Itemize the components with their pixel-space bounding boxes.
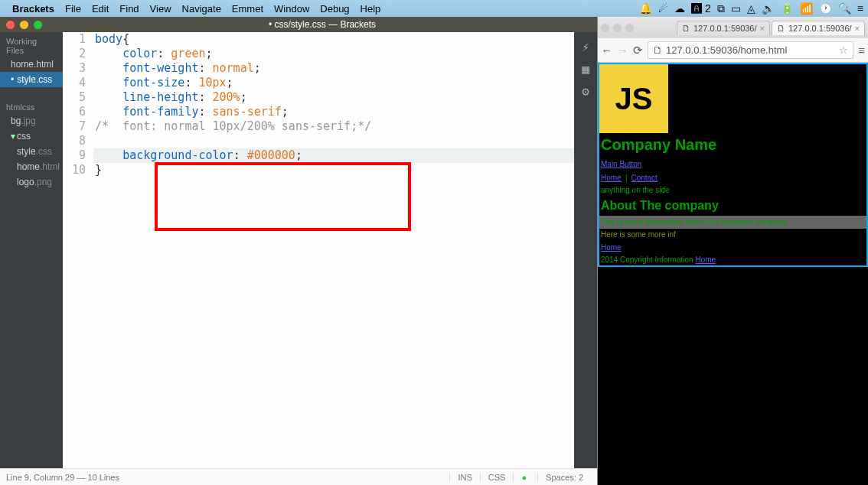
menu-help[interactable]: Help xyxy=(361,3,381,15)
page-icon: 🗋 xyxy=(653,44,663,56)
menu-navigate[interactable]: Navigate xyxy=(182,3,221,15)
footer-home-link[interactable]: Home xyxy=(601,243,622,252)
tab-close-icon[interactable]: × xyxy=(760,24,765,33)
tab-title: 127.0.0.1:59036/ xyxy=(788,24,852,33)
display-icon[interactable]: ▭ xyxy=(731,1,741,16)
sidebar-section-project: htmlcss xyxy=(0,98,63,113)
window-title: • css/style.css — Brackets xyxy=(47,19,597,30)
info-banner: This is some information about our Aweso… xyxy=(599,216,866,229)
menu-debug[interactable]: Debug xyxy=(320,3,349,15)
forward-button[interactable]: → xyxy=(617,44,628,57)
clock-icon[interactable]: 🕐 xyxy=(819,1,832,16)
url-bar[interactable]: 🗋 127.0.0.1:59036/home.html ☆ xyxy=(648,41,853,59)
cloud-icon[interactable]: ☁ xyxy=(674,1,685,16)
language-mode[interactable]: CSS xyxy=(480,473,514,482)
code-editor[interactable]: 1body{ 2 color: green; 3 font-weight: no… xyxy=(63,32,597,468)
reload-button[interactable]: ⟳ xyxy=(633,44,643,57)
dropbox-icon[interactable]: ⧉ xyxy=(717,1,725,16)
insert-mode[interactable]: INS xyxy=(449,473,479,482)
bell-icon[interactable]: 🔔 xyxy=(639,1,652,16)
chrome-tab-1[interactable]: 🗋 127.0.0.1:59036/ × xyxy=(677,21,770,35)
macos-menubar: Brackets File Edit Find View Navigate Em… xyxy=(0,0,868,17)
logo: JS xyxy=(599,64,668,133)
zoom-button[interactable] xyxy=(34,21,42,29)
back-button[interactable]: ← xyxy=(601,44,612,57)
window-titlebar: • css/style.css — Brackets xyxy=(0,17,597,32)
bookmark-icon[interactable]: ☆ xyxy=(839,44,848,56)
copyright-home-link[interactable]: Home xyxy=(695,256,716,264)
statusbar: Line 9, Column 29 — 10 Lines INS CSS Spa… xyxy=(0,468,597,485)
workspace: • css/style.css — Brackets Working Files… xyxy=(0,17,868,485)
chrome-tab-2[interactable]: 🗋 127.0.0.1:59036/ × xyxy=(772,21,865,35)
magnet-icon[interactable]: ☄ xyxy=(658,1,668,16)
brackets-window: • css/style.css — Brackets Working Files… xyxy=(0,17,597,485)
menu-window[interactable]: Window xyxy=(274,3,309,15)
tab-title: 127.0.0.1:59036/ xyxy=(693,24,757,33)
url-text: 127.0.0.1:59036/home.html xyxy=(666,44,787,56)
screen: Brackets File Edit Find View Navigate Em… xyxy=(0,0,868,485)
battery-icon[interactable]: 🔋 xyxy=(781,1,794,16)
notification-center-icon[interactable]: ≡ xyxy=(857,1,863,16)
side-text: anything on the side xyxy=(599,184,866,196)
working-file-home[interactable]: home.html xyxy=(0,57,63,72)
file-style-css[interactable]: style.css xyxy=(0,144,63,159)
about-heading: About The company xyxy=(599,196,866,216)
tab-close-icon[interactable]: × xyxy=(855,24,860,33)
menu-emmet[interactable]: Emmet xyxy=(232,3,263,15)
copyright-text: 2014 Copyright Information Home xyxy=(599,254,866,265)
main-button-link[interactable]: Main Button xyxy=(601,160,641,168)
extensions-icon[interactable]: ▦ xyxy=(574,62,597,76)
menu-file[interactable]: File xyxy=(65,3,81,15)
sidebar[interactable]: Working Files home.html style.css htmlcs… xyxy=(0,32,63,468)
editor-right-toolbar: ⚡ ▦ ⚙ xyxy=(574,32,597,468)
page-heading: Company Name xyxy=(599,133,866,157)
sidebar-section-working: Working Files xyxy=(0,32,63,57)
menu-view[interactable]: View xyxy=(150,3,171,15)
brackets-body: Working Files home.html style.css htmlcs… xyxy=(0,32,597,468)
chrome-toolbar: ← → ⟳ 🗋 127.0.0.1:59036/home.html ☆ ≡ xyxy=(598,38,868,63)
adobe-icon[interactable]: 🅰 2 xyxy=(691,1,711,16)
working-file-style[interactable]: style.css xyxy=(0,72,63,87)
gutter: 1 xyxy=(63,32,93,47)
chrome-tabbar: 🗋 127.0.0.1:59036/ × 🗋 127.0.0.1:59036/ … xyxy=(598,17,868,38)
chrome-minimize-button[interactable] xyxy=(613,24,622,32)
page-icon: 🗋 xyxy=(682,24,690,33)
lint-status[interactable] xyxy=(513,473,537,482)
close-button[interactable] xyxy=(6,21,15,29)
minimize-button[interactable] xyxy=(20,21,28,29)
live-preview-icon[interactable]: ⚡ xyxy=(574,40,597,54)
chrome-menu-icon[interactable]: ≡ xyxy=(858,44,865,57)
folder-css[interactable]: css xyxy=(0,129,63,144)
indent-mode[interactable]: Spaces: 2 xyxy=(537,473,591,482)
spotlight-icon[interactable]: 🔍 xyxy=(838,1,851,16)
app-name[interactable]: Brackets xyxy=(12,3,54,15)
file-bg[interactable]: bg.jpg xyxy=(0,113,63,129)
drive-icon[interactable]: ◬ xyxy=(747,1,755,16)
file-home-html[interactable]: home.html xyxy=(0,159,63,174)
nav-contact-link[interactable]: Contact xyxy=(631,174,657,182)
menu-edit[interactable]: Edit xyxy=(92,3,109,15)
chrome-zoom-button[interactable] xyxy=(625,24,634,32)
menubar-status-icons: 🔔 ☄ ☁ 🅰 2 ⧉ ▭ ◬ 🔈 🔋 📶 🕐 🔍 ≡ xyxy=(639,1,863,16)
chrome-close-button[interactable] xyxy=(601,24,609,32)
file-logo-png[interactable]: logo.png xyxy=(0,174,63,190)
menu-find[interactable]: Find xyxy=(119,3,139,15)
cursor-position: Line 9, Column 29 — 10 Lines xyxy=(6,473,119,482)
page-icon: 🗋 xyxy=(777,24,785,33)
nav-home-link[interactable]: Home xyxy=(601,174,622,182)
more-info-text: Here is some more inf xyxy=(599,229,866,240)
wifi-icon[interactable]: 📶 xyxy=(800,1,813,16)
settings-icon[interactable]: ⚙ xyxy=(574,84,597,99)
rendered-page[interactable]: JS Company Name Main Button Home | Conta… xyxy=(598,63,868,485)
chrome-window: 🗋 127.0.0.1:59036/ × 🗋 127.0.0.1:59036/ … xyxy=(597,17,868,485)
volume-icon[interactable]: 🔈 xyxy=(762,1,775,16)
